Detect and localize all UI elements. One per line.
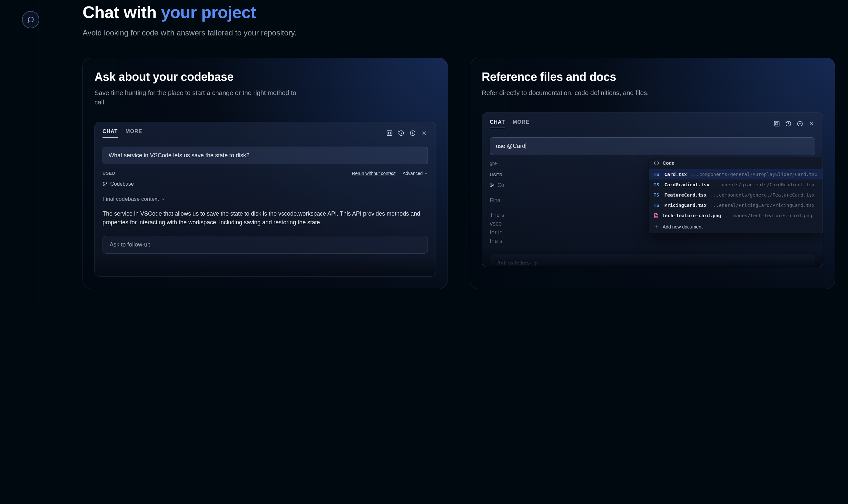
suggest-header: Code — [649, 157, 823, 169]
context-toggle[interactable]: Final codebase context — [103, 196, 428, 202]
suggest-row[interactable]: TSCardGradient.tsx...onents/gradients/Ca… — [649, 180, 823, 190]
chat-input-2[interactable]: use @Card — [490, 137, 815, 155]
svg-point-22 — [493, 184, 494, 185]
svg-point-12 — [106, 183, 107, 184]
tab-more[interactable]: MORE — [125, 129, 142, 138]
text-cursor — [526, 143, 526, 149]
chat-input-value: What service in VSCode lets us save the … — [109, 152, 249, 159]
codebase-chip[interactable]: Co — [490, 182, 504, 188]
hero-title: Chat with your project — [83, 3, 835, 22]
suggest-row[interactable]: tech-feature-card.png...mages/tech-featu… — [649, 211, 823, 221]
card2-title: Reference files and docs — [482, 70, 823, 84]
suggest-filepath: ...eneral/PricingCard/PricingCard.tsx — [710, 203, 818, 208]
svg-rect-4 — [389, 132, 391, 134]
close-icon[interactable] — [808, 120, 815, 127]
card1-subtitle: Save time hunting for the place to start… — [94, 88, 301, 107]
suggest-filepath: ...components/general/AutoplaySlider/Car… — [691, 172, 818, 177]
chat-icon — [22, 11, 39, 28]
svg-point-21 — [491, 186, 492, 187]
feature-card-references: Reference files and docs Refer directly … — [470, 58, 835, 289]
followup-placeholder: Ask to follow-up — [110, 241, 151, 248]
used-label: USED — [103, 171, 116, 176]
history-icon[interactable] — [785, 120, 792, 127]
suggest-filepath: ...onents/gradients/CardGradient.tsx — [713, 182, 818, 187]
card1-title: Ask about your codebase — [94, 70, 436, 84]
svg-rect-3 — [387, 130, 392, 136]
history-icon[interactable] — [398, 129, 405, 137]
suggest-filename: CardGradient.tsx — [664, 182, 709, 187]
image-file-icon — [654, 213, 659, 218]
svg-point-11 — [104, 185, 104, 186]
add-document-row[interactable]: Add new document — [649, 221, 823, 233]
close-icon[interactable] — [421, 129, 428, 137]
rerun-link[interactable]: Rerun without context — [352, 171, 395, 176]
branch-icon — [103, 181, 108, 186]
tab-chat[interactable]: CHAT — [490, 119, 505, 128]
followup-placeholder: Ask to follow-up — [497, 260, 538, 267]
chat-input-value: use @Card — [496, 143, 525, 149]
followup-input-1[interactable]: Ask to follow-up — [103, 236, 428, 254]
chat-input-1[interactable]: What service in VSCode lets us save the … — [103, 147, 428, 164]
hero-subtitle: Avoid looking for code with answers tail… — [83, 28, 328, 38]
suggest-filepath: ...components/general/FeatureCard.tsx — [710, 192, 818, 198]
advanced-toggle[interactable]: Advanced — [403, 171, 428, 176]
suggest-row[interactable]: TSFeatureCard.tsx...components/general/F… — [649, 190, 823, 200]
chevron-down-icon — [161, 197, 165, 201]
tab-chat[interactable]: CHAT — [103, 129, 118, 138]
expand-icon[interactable] — [386, 129, 393, 137]
text-cursor — [109, 241, 109, 248]
hero-title-accent: your project — [161, 3, 256, 22]
code-suggest-popup: Code TSCard.tsx...components/general/Aut… — [649, 157, 823, 233]
ts-badge: TS — [654, 182, 659, 187]
branch-icon — [490, 183, 495, 188]
timeline-line — [38, 0, 38, 302]
chat-panel-2: CHAT MORE use @Card gpt- USED — [482, 112, 823, 267]
suggest-row[interactable]: TSPricingCard.tsx...eneral/PricingCard/P… — [649, 200, 823, 211]
ts-badge: TS — [654, 203, 659, 208]
svg-rect-13 — [775, 121, 779, 126]
ts-badge: TS — [654, 192, 659, 198]
suggest-filename: Card.tsx — [664, 172, 687, 177]
plus-icon[interactable] — [409, 129, 416, 137]
svg-point-20 — [491, 183, 492, 184]
feature-card-codebase: Ask about your codebase Save time huntin… — [83, 58, 448, 289]
chat-panel-1: CHAT MORE What service in VSCode lets us… — [94, 122, 436, 276]
codebase-chip[interactable]: Codebase — [103, 181, 134, 187]
svg-point-10 — [104, 182, 104, 183]
tab-more[interactable]: MORE — [513, 119, 529, 128]
plus-icon[interactable] — [796, 120, 803, 127]
followup-input-2[interactable]: Ask to follow-up — [490, 255, 815, 267]
suggest-filename: tech-feature-card.png — [662, 213, 721, 218]
suggest-row[interactable]: TSCard.tsx...components/general/Autoplay… — [649, 169, 823, 180]
chevron-down-icon — [424, 172, 428, 175]
used-label: USED — [490, 173, 503, 177]
ts-badge: TS — [654, 172, 659, 177]
plus-icon — [654, 224, 659, 230]
suggest-filename: FeatureCard.tsx — [664, 192, 706, 198]
expand-icon[interactable] — [773, 120, 780, 127]
hero-title-plain: Chat with — [83, 3, 161, 22]
svg-rect-14 — [776, 123, 778, 125]
card2-subtitle: Refer directly to documentation, code de… — [482, 88, 688, 98]
chat-answer: The service in VSCode that allows us to … — [103, 210, 428, 227]
suggest-filename: PricingCard.tsx — [664, 203, 706, 208]
fade-overlay — [95, 257, 436, 276]
suggest-filepath: ...mages/tech-features-card.png — [725, 213, 818, 218]
code-icon — [654, 160, 659, 166]
text-cursor — [496, 260, 496, 267]
